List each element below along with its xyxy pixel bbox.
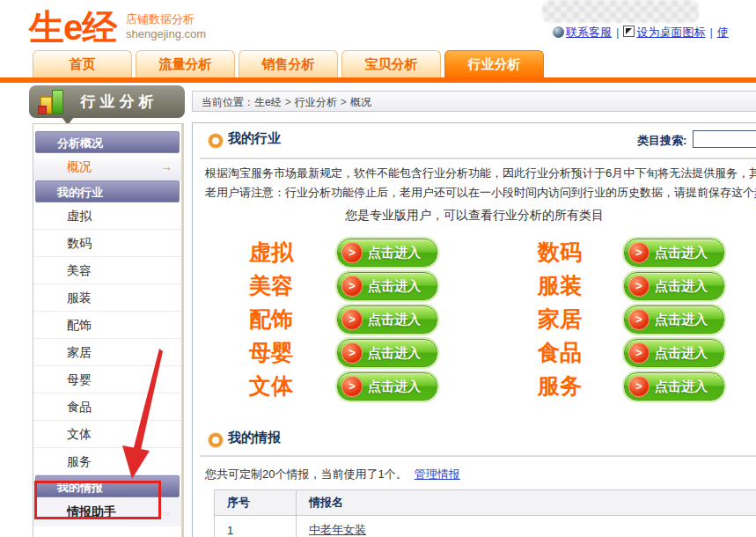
app-logo: 生e经 — [29, 4, 116, 52]
active-arrow-icon: → — [160, 153, 172, 180]
table-header-row: 序号 情报名 — [215, 490, 756, 516]
sidebar-item-apparel[interactable]: 服装 — [33, 284, 181, 312]
arrow-circle-icon: > — [628, 242, 650, 263]
industry-section-title: 我的行业 — [228, 130, 281, 147]
enter-button-sports[interactable]: >点击进入 — [337, 372, 437, 401]
section-divider — [200, 158, 756, 159]
intel-table: 序号 情报名 1 中老年女装 — [214, 489, 756, 537]
sidebar-item-beauty[interactable]: 美容 — [33, 257, 181, 284]
section-bullet-icon — [209, 134, 223, 148]
customer-service-icon — [553, 26, 564, 38]
annotation-arrow — [114, 342, 176, 491]
sidebar-item-virtual[interactable]: 虚拟 — [33, 202, 181, 230]
app-window: 生e经 店铺数据分析 shengejing.com 联系客服|设为桌面图标|使 … — [0, 0, 756, 537]
sidebar-title: 行业分析 — [29, 85, 185, 118]
redacted-account-area — [542, 0, 699, 23]
arrow-circle-icon: > — [341, 342, 363, 364]
tab-industry-analysis[interactable]: 行业分析 — [444, 50, 544, 77]
enter-button-accessories[interactable]: >点击进入 — [337, 305, 437, 334]
tab-item-analysis[interactable]: 宝贝分析 — [341, 50, 441, 77]
enter-button-virtual[interactable]: >点击进入 — [337, 239, 437, 267]
enter-button-food[interactable]: >点击进入 — [624, 339, 724, 367]
tab-traffic-analysis[interactable]: 流量分析 — [136, 50, 235, 77]
arrow-circle-icon: > — [341, 276, 363, 297]
category-row: 配饰 >点击进入 家居 >点击进入 — [193, 305, 756, 333]
enter-button-beauty[interactable]: >点击进入 — [337, 272, 437, 300]
logo-subtitle: 店铺数据分析 — [126, 11, 195, 27]
tab-sales-analysis[interactable]: 销售分析 — [239, 50, 338, 77]
category-row: 美容 >点击进入 服装 >点击进入 — [193, 271, 756, 299]
enter-button-home[interactable]: >点击进入 — [624, 305, 724, 334]
category-search-label: 类目搜索: — [637, 133, 686, 149]
bar-chart-icon — [38, 89, 70, 115]
link-separator: | — [709, 26, 712, 39]
pro-user-text: 您是专业版用户，可以查看行业分析的所有类目 — [193, 208, 756, 224]
sidebar-title-label: 行业分析 — [81, 93, 158, 110]
sidebar-item-add-manage-intel[interactable]: 添加/管理 情报 — [33, 531, 181, 537]
arrow-circle-icon: > — [341, 376, 363, 397]
manage-intel-link[interactable]: 管理情报 — [415, 467, 460, 481]
arrow-circle-icon: > — [628, 376, 650, 397]
logo-domain: shengejing.com — [126, 27, 206, 40]
notice-line-2: 老用户请注意：行业分析功能停止后，老用户还可以在一小段时间内访问到行业的历史数据… — [205, 185, 756, 201]
category-row: 虚拟 >点击进入 数码 >点击进入 — [193, 238, 756, 266]
notice-line-1: 根据淘宝服务市场最新规定，软件不能包含行业分析功能，因此行业分析预计于6月中下旬… — [205, 166, 756, 181]
link-separator: | — [616, 26, 619, 39]
sidebar-item-accessories[interactable]: 配饰 — [33, 312, 181, 339]
sidebar-item-overview[interactable]: 概况 → — [33, 153, 181, 180]
intel-summary: 您共可定制20个情报，当前使用了1个。管理情报 — [205, 467, 460, 482]
arrow-circle-icon: > — [341, 309, 363, 330]
main-nav-tabs: 首页 流量分析 销售分析 宝贝分析 行业分析 — [33, 50, 544, 77]
section-divider — [200, 455, 756, 457]
accent-strip — [0, 77, 756, 83]
sidebar-item-digital[interactable]: 数码 — [33, 230, 181, 257]
desktop-shortcut-icon — [623, 26, 635, 37]
category-row: 母婴 >点击进入 食品 >点击进入 — [193, 338, 756, 366]
enter-button-services[interactable]: >点击进入 — [624, 372, 724, 401]
table-row: 1 中老年女装 — [215, 516, 756, 537]
category-row: 文体 >点击进入 服务 >点击进入 — [193, 371, 756, 400]
sidebar-section-my-industry: 我的行业 — [35, 180, 180, 202]
cell-index: 1 — [215, 516, 297, 537]
tab-home[interactable]: 首页 — [33, 50, 132, 77]
enter-button-digital[interactable]: >点击进入 — [624, 239, 724, 267]
enter-button-apparel[interactable]: >点击进入 — [624, 272, 724, 300]
enter-button-baby[interactable]: >点击进入 — [337, 339, 437, 367]
category-search-input[interactable] — [693, 130, 756, 148]
arrow-circle-icon: > — [628, 309, 650, 330]
col-header-index: 序号 — [215, 490, 297, 516]
main-panel: 我的行业 类目搜索: 根据淘宝服务市场最新规定，软件不能包含行业分析功能，因此行… — [192, 122, 756, 537]
arrow-circle-icon: > — [628, 342, 650, 364]
arrow-circle-icon: > — [341, 242, 363, 263]
breadcrumb-section[interactable]: 行业分析 — [295, 96, 337, 108]
col-header-intel-name: 情报名 — [297, 490, 756, 516]
arrow-circle-icon: > — [628, 276, 650, 297]
header-links: 联系客服|设为桌面图标|使 — [553, 25, 729, 40]
intel-item-link[interactable]: 中老年女装 — [309, 523, 366, 536]
contact-service-link[interactable]: 联系客服 — [566, 26, 612, 39]
help-link[interactable]: 使 — [717, 26, 729, 39]
set-desktop-icon-link[interactable]: 设为桌面图标 — [636, 26, 705, 39]
breadcrumb-current: 概况 — [350, 96, 371, 108]
active-arrow-icon: → — [160, 497, 172, 526]
breadcrumb-root[interactable]: 生e经 — [254, 96, 282, 108]
breadcrumb-label: 当前位置： — [202, 96, 254, 108]
breadcrumb: 当前位置：生e经>行业分析>概况 — [192, 91, 756, 112]
section-bullet-icon — [209, 433, 223, 447]
sidebar-item-label: 概况 — [67, 159, 92, 173]
intel-section-title: 我的情报 — [228, 430, 281, 446]
sidebar-section-overview: 分析概况 — [35, 131, 180, 153]
